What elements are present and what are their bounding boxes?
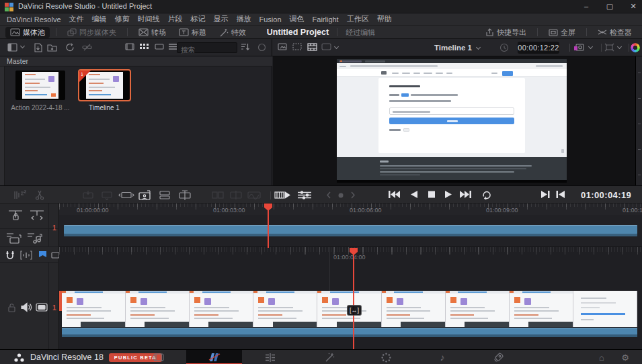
fullscreen-button[interactable]: 全屏	[544, 27, 580, 38]
timeline-clip-card[interactable]: ✓ Timeline 1	[64, 71, 145, 111]
timeline-thumbnail[interactable]: ✓	[79, 71, 130, 100]
sync-clip-icon[interactable]	[6, 232, 22, 244]
page-color-button[interactable]	[374, 350, 398, 364]
sync-audio-icon[interactable]	[27, 232, 43, 244]
close-button[interactable]: ✕	[622, 0, 642, 13]
go-to-start-icon[interactable]	[388, 190, 400, 200]
effects-button[interactable]: 特效	[214, 27, 251, 38]
timeline-view-options-icon[interactable]	[13, 190, 27, 200]
titles-button[interactable]: 标题	[174, 27, 211, 38]
menu-item-4[interactable]: 时间线	[134, 14, 164, 24]
sync-bin-button[interactable]: 同步媒体夹	[63, 27, 121, 38]
menu-item-8[interactable]: 播放	[233, 14, 255, 24]
color-boost-icon[interactable]	[631, 43, 640, 52]
match-frame-icon[interactable]	[556, 190, 565, 200]
smart-filter-icon[interactable]	[257, 43, 268, 52]
import-folder-icon[interactable]	[47, 43, 57, 52]
ruler-label: 01:00:00:00	[77, 207, 109, 214]
page-cut-button[interactable]	[186, 350, 242, 364]
minimize-button[interactable]: –	[575, 0, 598, 13]
video-track-number: 1	[52, 304, 56, 312]
clip-thumbnail[interactable]	[15, 71, 65, 100]
page-deliver-button[interactable]	[487, 350, 511, 364]
replace-clip-icon[interactable]	[118, 190, 134, 200]
transform-tools-icon[interactable]	[604, 43, 614, 52]
overview-track	[59, 215, 642, 246]
menu-item-5[interactable]: 片段	[164, 14, 187, 24]
home-button[interactable]: ⌂	[590, 350, 614, 364]
insert-clip-icon[interactable]	[81, 190, 95, 200]
settings-gear-button[interactable]: ⚙	[613, 350, 637, 364]
loop-icon[interactable]	[481, 190, 493, 200]
go-to-end-icon[interactable]	[460, 190, 472, 200]
timeline-header-rail: 1 1	[0, 203, 59, 349]
trim-mode-icon[interactable]	[210, 190, 225, 200]
ripple-overwrite-icon[interactable]	[177, 190, 193, 200]
step-back-icon[interactable]	[326, 191, 331, 201]
transitions-button[interactable]: 转场	[134, 27, 171, 38]
track-mute-icon[interactable]	[21, 302, 32, 312]
menu-item-11[interactable]: Fairlight	[309, 15, 343, 24]
menu-item-9[interactable]: Fusion	[255, 15, 286, 24]
import-media-icon[interactable]	[34, 43, 44, 52]
menu-item-2[interactable]: 编辑	[88, 14, 111, 24]
marker-tool-icon[interactable]	[20, 251, 32, 260]
page-fusion-button[interactable]	[317, 350, 342, 364]
sort-icon[interactable]	[241, 43, 251, 52]
page-media-button[interactable]	[147, 350, 171, 364]
play-reverse-icon[interactable]	[410, 190, 418, 200]
play-around-icon[interactable]	[540, 190, 550, 200]
step-forward-icon[interactable]	[350, 191, 356, 201]
inspector-button[interactable]: 检查器	[593, 27, 637, 38]
ruler-label: 01:00:09:00	[486, 207, 518, 214]
bin-sidebar-chevron-icon[interactable]	[20, 44, 25, 48]
preview-playback-icon[interactable]	[274, 190, 290, 200]
record-icon[interactable]	[338, 193, 344, 203]
playhead-lock-icon[interactable]	[8, 209, 23, 221]
search-input[interactable]	[177, 45, 237, 54]
maximize-button[interactable]: ▢	[598, 0, 621, 13]
page-edit-button[interactable]	[258, 350, 282, 364]
overview-ruler[interactable]: 01:00:00:0001:00:03:0001:00:06:0001:00:0…	[59, 203, 642, 215]
place-on-top-icon[interactable]	[157, 190, 172, 200]
fit-to-fill-icon[interactable]	[137, 190, 152, 200]
play-icon[interactable]	[444, 190, 452, 200]
timeline-selector[interactable]: Timeline 1	[272, 39, 642, 56]
split-clip-icon[interactable]	[229, 190, 243, 200]
speed-clock-icon[interactable]	[499, 43, 510, 52]
audio-trim-icon[interactable]	[247, 190, 262, 200]
razor-icon[interactable]	[35, 190, 44, 200]
media-pool-button[interactable]: 媒体池	[5, 27, 50, 38]
multicam-camera-icon[interactable]	[573, 43, 584, 52]
thumbnail-view-icon[interactable]	[140, 43, 150, 52]
page-fairlight-button[interactable]: ♪	[430, 350, 454, 364]
stop-icon[interactable]	[428, 190, 436, 200]
sync-icon[interactable]	[65, 43, 75, 52]
divider	[56, 28, 56, 36]
overwrite-clip-icon[interactable]	[99, 190, 114, 200]
trim-editor-icon[interactable]	[30, 209, 44, 221]
relink-icon[interactable]	[82, 43, 92, 52]
menu-item-13[interactable]: 帮助	[373, 14, 396, 24]
filmstrip-view-icon[interactable]	[125, 43, 135, 52]
overview-clip-bar[interactable]	[64, 225, 637, 236]
menu-item-3[interactable]: 修剪	[111, 14, 134, 24]
flag-marker-icon[interactable]	[38, 251, 47, 260]
bin-sidebar-toggle-icon[interactable]	[7, 43, 17, 52]
track-enable-icon[interactable]	[36, 303, 48, 312]
menu-item-1[interactable]: 文件	[65, 14, 88, 24]
menu-item-6[interactable]: 标记	[187, 14, 210, 24]
menu-item-10[interactable]: 调色	[286, 14, 309, 24]
viewer-panel[interactable]	[273, 56, 635, 185]
menu-item-7[interactable]: 显示	[210, 14, 233, 24]
snapping-magnet-icon[interactable]	[5, 251, 15, 260]
strip-view-icon[interactable]	[155, 43, 165, 52]
menu-item-12[interactable]: 工作区	[343, 14, 373, 24]
app-name: DaVinci Resolve 18	[30, 353, 104, 362]
menu-item-0[interactable]: DaVinci Resolve	[3, 15, 65, 24]
tools-icon[interactable]	[297, 190, 312, 200]
audio-clip-bar[interactable]	[62, 328, 637, 337]
track-lock-icon[interactable]	[7, 303, 16, 312]
davinci-resolve-window: DaVinci Resolve Studio - Untitled Projec…	[0, 0, 642, 364]
quick-export-button[interactable]: 快捷导出	[481, 27, 531, 38]
